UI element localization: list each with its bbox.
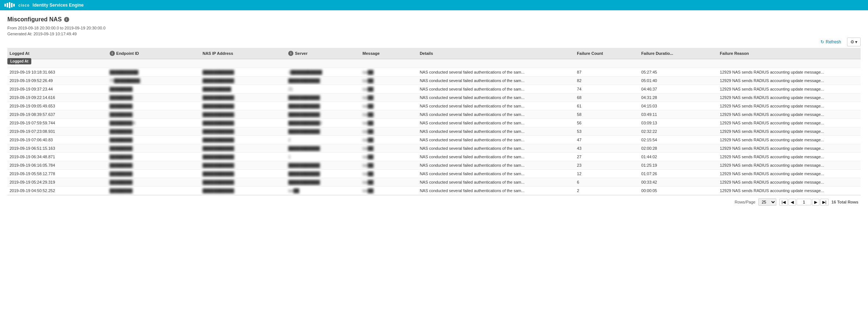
failure-count-label: Failure Count bbox=[577, 51, 603, 56]
cell-details: NAS conducted several failed authenticat… bbox=[417, 187, 575, 195]
cell-server: ███████████ bbox=[286, 178, 360, 187]
cell-nas-ip: ███████████ bbox=[200, 161, 286, 170]
cisco-text: cisco bbox=[18, 3, 30, 7]
cell-failure-duration: 01:07:26 bbox=[639, 170, 718, 178]
cell-nas-ip: ███████████ bbox=[200, 93, 286, 102]
table-row: 2019-09-19 06:51:15.163█████████████████… bbox=[7, 144, 861, 153]
table-row: 2019-09-19 06:16:05.784█████████████████… bbox=[7, 161, 861, 170]
cell-server: ise██ bbox=[286, 187, 360, 195]
cell-server: ███████████ bbox=[286, 170, 360, 178]
cell-details: NAS conducted several failed authenticat… bbox=[417, 127, 575, 136]
page-title-info-icon: i bbox=[64, 17, 69, 22]
cell-failure-count: 74 bbox=[575, 85, 639, 93]
col-header-endpoint-id[interactable]: i Endpoint ID bbox=[107, 48, 200, 59]
cell-endpoint-id: ████████ bbox=[107, 161, 200, 170]
cell-server: ███████████ bbox=[286, 93, 360, 102]
message-label: Message bbox=[363, 51, 380, 56]
rows-per-page-label: Rows/Page bbox=[735, 200, 755, 204]
cell-failure-reason: 12929 NAS sends RADIUS accounting update… bbox=[718, 77, 861, 85]
cell-message: ise██ bbox=[360, 170, 417, 178]
logged-at-label: Logged At bbox=[10, 51, 29, 56]
page-title-row: Misconfigured NAS i bbox=[7, 16, 861, 23]
cell-failure-count: 2 bbox=[575, 187, 639, 195]
cell-message: ise██ bbox=[360, 93, 417, 102]
cell-endpoint-id: ████████ bbox=[107, 127, 200, 136]
generated-at: Generated At: 2019-09-19 10:17:49.49 bbox=[7, 32, 861, 36]
filter-close-button[interactable]: ✕ bbox=[10, 61, 17, 66]
cell-nas-ip: ███████████ bbox=[200, 127, 286, 136]
cell-failure-duration: 04:31:28 bbox=[639, 93, 718, 102]
refresh-button[interactable]: ↻ Refresh bbox=[818, 38, 844, 46]
cell-server: ███████████ bbox=[286, 127, 360, 136]
filter-count-cell bbox=[575, 59, 639, 68]
cell-endpoint-id: ████████ bbox=[107, 178, 200, 187]
col-header-server[interactable]: i Server bbox=[286, 48, 360, 59]
page-number-input[interactable] bbox=[797, 199, 811, 205]
table-row: 2019-09-19 05:58:12.778█████████████████… bbox=[7, 170, 861, 178]
cell-message: ise██ bbox=[360, 68, 417, 77]
col-header-failure-duration[interactable]: Failure Duratio... bbox=[639, 48, 718, 59]
cell-message: ise██ bbox=[360, 187, 417, 195]
cell-failure-count: 12 bbox=[575, 170, 639, 178]
cell-failure-count: 23 bbox=[575, 161, 639, 170]
cell-endpoint-id: ████████ bbox=[107, 153, 200, 161]
cell-failure-count: 27 bbox=[575, 153, 639, 161]
prev-page-button[interactable]: ◀ bbox=[788, 199, 796, 206]
cell-failure-reason: 12929 NAS sends RADIUS accounting update… bbox=[718, 127, 861, 136]
table-row: 2019-09-19 09:52:26.4970████████████████… bbox=[7, 77, 861, 85]
filter-duration-cell bbox=[639, 59, 718, 68]
pagination-nav: |◀ ◀ ▶ ▶| bbox=[779, 199, 829, 206]
cell-failure-reason: 12929 NAS sends RADIUS accounting update… bbox=[718, 170, 861, 178]
table-header-row: Logged At Logged At i Endpoint ID NAS IP… bbox=[7, 48, 861, 59]
cell-details: NAS conducted several failed authenticat… bbox=[417, 85, 575, 93]
cell-failure-reason: 12929 NAS sends RADIUS accounting update… bbox=[718, 68, 861, 77]
filter-server-cell bbox=[286, 59, 360, 68]
col-header-nas-ip[interactable]: NAS IP Address bbox=[200, 48, 286, 59]
filter-details-cell bbox=[417, 59, 575, 68]
cell-failure-reason: 12929 NAS sends RADIUS accounting update… bbox=[718, 119, 861, 127]
col-header-logged-at[interactable]: Logged At Logged At bbox=[7, 48, 107, 59]
cell-failure-duration: 03:49:11 bbox=[639, 110, 718, 119]
cell-logged-at: 2019-09-19 05:58:12.778 bbox=[7, 170, 107, 178]
first-page-button[interactable]: |◀ bbox=[779, 199, 788, 206]
settings-button[interactable]: ⚙ ▾ bbox=[847, 38, 861, 46]
cell-details: NAS conducted several failed authenticat… bbox=[417, 144, 575, 153]
cell-nas-ip: ███████████ bbox=[200, 110, 286, 119]
cell-failure-reason: 12929 NAS sends RADIUS accounting update… bbox=[718, 187, 861, 195]
cell-message: ise██ bbox=[360, 102, 417, 110]
cell-endpoint-id: 70█████████ bbox=[107, 77, 200, 85]
table-row: 2019-09-19 08:39:57.637█████████████████… bbox=[7, 110, 861, 119]
cell-logged-at: 2019-09-19 09:22:14.616 bbox=[7, 93, 107, 102]
cell-details: NAS conducted several failed authenticat… bbox=[417, 178, 575, 187]
col-header-message[interactable]: Message bbox=[360, 48, 417, 59]
cell-failure-count: 58 bbox=[575, 110, 639, 119]
cell-failure-count: 47 bbox=[575, 136, 639, 144]
col-header-failure-count[interactable]: Failure Count bbox=[575, 48, 639, 59]
cell-failure-duration: 02:00:28 bbox=[639, 144, 718, 153]
cell-details: NAS conducted several failed authenticat… bbox=[417, 136, 575, 144]
rows-per-page-select[interactable]: 25 10 50 100 bbox=[758, 198, 776, 206]
cell-server: 2 bbox=[286, 136, 360, 144]
date-range: From 2019-09-18 20:30:00.0 to 2019-09-19… bbox=[7, 26, 861, 30]
failure-duration-label: Failure Duratio... bbox=[641, 51, 673, 56]
col-header-details[interactable]: Details bbox=[417, 48, 575, 59]
filter-row: ✕ bbox=[7, 59, 861, 68]
cell-nas-ip: ███████████ bbox=[200, 170, 286, 178]
svg-rect-1 bbox=[7, 3, 8, 7]
cell-message: ise██ bbox=[360, 119, 417, 127]
details-label: Details bbox=[420, 51, 433, 56]
svg-rect-2 bbox=[9, 2, 10, 8]
last-page-button[interactable]: ▶| bbox=[820, 199, 829, 206]
cell-failure-reason: 12929 NAS sends RADIUS accounting update… bbox=[718, 178, 861, 187]
svg-rect-4 bbox=[13, 4, 15, 7]
cell-failure-reason: 12929 NAS sends RADIUS accounting update… bbox=[718, 144, 861, 153]
next-page-button[interactable]: ▶ bbox=[812, 199, 819, 206]
cell-message: ise██ bbox=[360, 77, 417, 85]
cell-details: NAS conducted several failed authenticat… bbox=[417, 119, 575, 127]
cell-failure-count: 43 bbox=[575, 144, 639, 153]
col-header-failure-reason[interactable]: Failure Reason bbox=[718, 48, 861, 59]
cell-endpoint-id: ████████ bbox=[107, 187, 200, 195]
cell-message: ise██ bbox=[360, 178, 417, 187]
cell-nas-ip: ███████████ bbox=[200, 68, 286, 77]
cell-logged-at: 2019-09-19 06:16:05.784 bbox=[7, 161, 107, 170]
